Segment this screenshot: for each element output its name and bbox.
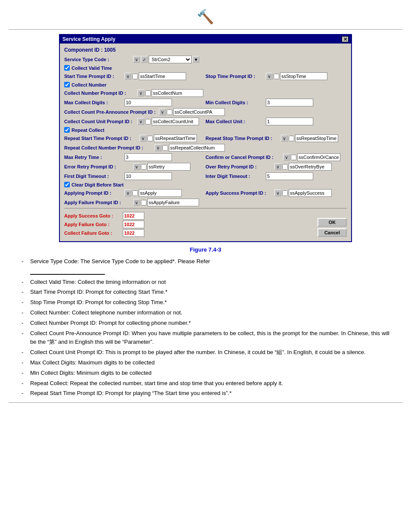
apply-failure-row: Apply Failure Prompt ID : v (64, 199, 347, 206)
repeat-stop-v-btn[interactable]: v (281, 135, 288, 142)
apply-success-v-btn[interactable]: v (274, 190, 281, 196)
apply-failure-controls: v (133, 199, 199, 206)
collect-valid-time-checkbox[interactable] (64, 65, 70, 71)
collect-number-prompt-input[interactable] (152, 89, 203, 97)
applying-prompt-col: Applying Prompt ID : v (64, 189, 206, 197)
stop-time-col: Stop Time Prompt ID : v (206, 72, 347, 80)
desc-dash-9: - (22, 369, 30, 378)
error-retry-checkbox[interactable] (141, 164, 146, 170)
collect-num-v-btn[interactable]: v (137, 90, 144, 96)
collect-digits-row: Max Collect Digits : Min Collect Digits … (64, 99, 347, 106)
first-digit-timeout-input[interactable] (125, 172, 172, 180)
repeat-collect-num-checkbox[interactable] (162, 145, 168, 151)
inter-digit-col: Inter Digit Timeout : (206, 172, 347, 180)
collect-count-pre-input[interactable] (173, 108, 225, 116)
collect-count-pre-checkbox[interactable] (167, 109, 172, 115)
cancel-button[interactable]: Cancel (318, 228, 347, 237)
first-digit-col: First Digit Timeout : (64, 172, 206, 180)
over-retry-input[interactable] (289, 163, 332, 171)
apply-success-checkbox[interactable] (282, 190, 288, 196)
collect-count-unit-col: Collect Count Unit Prompt ID : v (64, 118, 206, 125)
start-time-checkbox[interactable] (132, 74, 138, 79)
repeat-stop-time-input[interactable] (295, 134, 338, 142)
repeat-collect-number-label: Repeat Collect Number Prompt ID : (64, 145, 155, 150)
error-retry-input[interactable] (147, 163, 190, 171)
ok-button[interactable]: OK (318, 218, 347, 227)
header-icon-area: 🔨 (0, 4, 411, 27)
desc-item-0: - Service Type Code: The Service Type Co… (22, 257, 389, 266)
max-collect-unit-input[interactable] (266, 118, 313, 125)
apply-failure-v-btn[interactable]: v (133, 199, 140, 206)
over-retry-checkbox[interactable] (282, 164, 288, 170)
repeat-stop-checkbox[interactable] (289, 136, 294, 141)
apply-success-goto-input[interactable] (123, 212, 144, 220)
repeat-start-checkbox[interactable] (147, 136, 153, 141)
desc-item-2: - Start Time Prompt ID: Prompt for colle… (22, 288, 389, 297)
apply-failure-goto-input[interactable] (123, 221, 144, 228)
max-collect-unit-col: Max Collect Unit : (206, 118, 347, 125)
desc-item-7: - Collect Count Unit Prompt ID: This is … (22, 348, 389, 357)
stop-time-prompt-input[interactable] (280, 72, 327, 80)
collect-count-unit-v-btn[interactable]: v (137, 118, 144, 125)
close-button[interactable]: ✕ (342, 36, 349, 42)
apply-success-prompt-input[interactable] (289, 189, 332, 197)
collect-valid-time-label[interactable]: Collect Valid Time (64, 65, 112, 71)
repeat-collect-label[interactable]: Repeat Collect (64, 127, 104, 133)
collect-failure-goto-input[interactable] (123, 229, 144, 237)
applying-checkbox[interactable] (132, 190, 138, 196)
collect-num-checkbox[interactable] (145, 90, 151, 96)
applying-v-btn[interactable]: v (125, 190, 131, 196)
desc-text-6: Collect Count Pre-Announce Prompt ID: Wh… (30, 329, 389, 347)
collect-number-label[interactable]: Collect Number (64, 82, 106, 87)
dialog-body: Component ID : 1005 Service Type Code : … (60, 44, 351, 241)
repeat-start-v-btn[interactable]: v (140, 135, 146, 142)
over-retry-v-btn[interactable]: v (274, 163, 281, 170)
repeat-start-time-input[interactable] (154, 134, 197, 142)
apply-failure-prompt-input[interactable] (147, 199, 199, 206)
applying-prompt-input[interactable] (139, 189, 182, 197)
repeat-collect-number-row: Repeat Collect Number Prompt ID : v (64, 144, 347, 152)
confirm-cancel-input[interactable] (297, 153, 340, 161)
stop-time-v-btn[interactable]: v (266, 73, 273, 80)
confirm-cancel-checkbox[interactable] (291, 155, 296, 160)
confirm-cancel-v-btn[interactable]: v (283, 154, 290, 161)
collect-number-checkbox[interactable] (64, 82, 70, 87)
confirm-cancel-label: Confirm or Cancel Prompt ID : (206, 155, 283, 160)
service-type-check-btn[interactable]: ✓ (141, 56, 148, 63)
dialog-titlebar: Service Setting Apply ✕ (60, 35, 351, 44)
desc-item-8: - Max Collect Digits: Maximum digits to … (22, 358, 389, 367)
min-collect-col: Min Collect Digits : (206, 99, 347, 106)
clear-digit-checkbox[interactable] (64, 182, 70, 187)
repeat-start-time-label: Repeat Start Time Prompt ID : (64, 136, 140, 141)
applying-prompt-controls: v (125, 189, 182, 197)
service-type-select[interactable]: StrCom2 (149, 56, 192, 63)
figure-caption: Figure 7.4-3 (0, 246, 411, 253)
inter-digit-timeout-input[interactable] (266, 172, 313, 180)
apply-failure-prompt-label: Apply Failure Prompt ID : (64, 200, 133, 205)
start-time-prompt-input[interactable] (139, 72, 186, 80)
apply-success-goto-row: Apply Success Goto : (64, 212, 144, 220)
apply-failure-checkbox[interactable] (141, 200, 146, 205)
dialog-window: Service Setting Apply ✕ Component ID : 1… (59, 34, 352, 242)
min-collect-digits-input[interactable] (266, 99, 313, 106)
max-retry-input[interactable] (125, 153, 172, 161)
collect-count-unit-input[interactable] (152, 118, 199, 125)
max-retry-label: Max Retry Time : (64, 155, 125, 160)
inter-digit-timeout-label: Inter Digit Timeout : (206, 174, 266, 179)
service-type-v-btn[interactable]: v (133, 56, 140, 63)
stop-time-checkbox[interactable] (274, 74, 279, 79)
repeat-collect-num-v-btn[interactable]: v (155, 144, 162, 151)
start-time-v-btn[interactable]: v (125, 73, 131, 80)
max-collect-digits-input[interactable] (125, 99, 172, 106)
service-type-dropdown-btn[interactable]: ▼ (193, 56, 199, 63)
desc-dash-ul (22, 268, 30, 277)
error-retry-v-btn[interactable]: v (133, 163, 140, 170)
repeat-time-row: Repeat Start Time Prompt ID : v Repeat S… (64, 134, 347, 142)
clear-digit-label[interactable]: Clear Digit Before Start (64, 182, 124, 187)
repeat-collect-row: Repeat Collect (64, 127, 347, 133)
repeat-collect-number-input[interactable] (169, 144, 225, 152)
collect-count-unit-checkbox[interactable] (145, 119, 151, 124)
top-divider (9, 29, 402, 30)
repeat-collect-checkbox[interactable] (64, 127, 70, 133)
collect-count-pre-v-btn[interactable]: v (159, 109, 166, 115)
